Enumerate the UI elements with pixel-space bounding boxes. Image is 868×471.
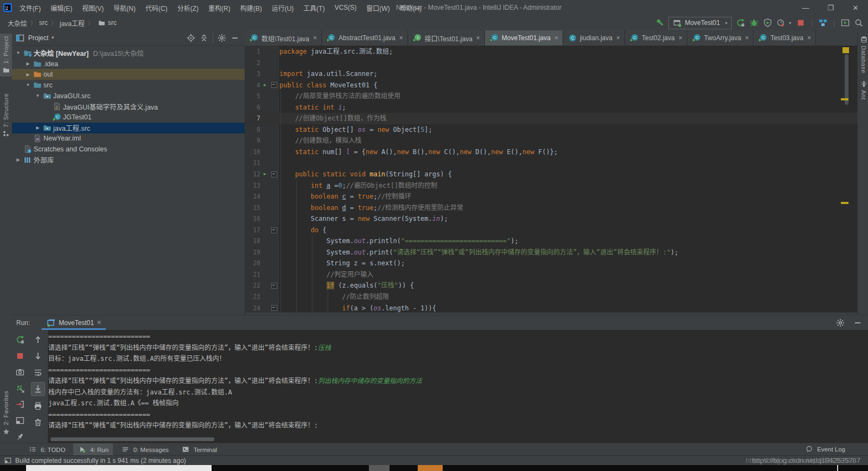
chevron-down-icon[interactable]: ▼	[23, 82, 33, 87]
chevron-down-icon[interactable]: ▼	[33, 93, 42, 98]
profiler-clock-icon[interactable]	[776, 18, 786, 27]
menu-item[interactable]: 工具(T)	[298, 0, 329, 15]
editor-scrollbar[interactable]	[845, 54, 848, 105]
console-output[interactable]: ==========================请选择“压栈”“弹栈”或“列…	[48, 331, 862, 431]
menu-item[interactable]: 分析(Z)	[173, 0, 203, 15]
fold-marker-icon[interactable]	[270, 303, 278, 313]
editor-tab[interactable]: CTwoArry.java×	[687, 30, 754, 46]
stripe-button-1-project[interactable]: 1: Project	[0, 34, 12, 77]
scroll-end-icon[interactable]	[31, 382, 45, 396]
breadcrumb-item[interactable]: src	[108, 19, 117, 27]
chevron-down-icon[interactable]: ▼	[50, 35, 55, 40]
exit-icon[interactable]	[14, 398, 27, 411]
tree-row[interactable]: NewYear.iml	[12, 133, 245, 144]
search-icon[interactable]	[854, 18, 864, 27]
fold-marker-icon[interactable]	[270, 225, 278, 236]
tree-row[interactable]: ▶.idea	[12, 59, 245, 69]
camera-icon[interactable]	[14, 366, 27, 379]
hammer-build-icon[interactable]	[655, 18, 665, 27]
fold-marker-icon[interactable]	[270, 169, 278, 180]
tree-row[interactable]: ▶out	[12, 69, 245, 80]
taskbar-button-orange[interactable]	[418, 465, 443, 471]
menu-item[interactable]: 编辑(E)	[46, 0, 77, 15]
down-arrow-icon[interactable]	[31, 349, 44, 362]
run-console-tab[interactable]: MoveTest01 ✕	[42, 315, 106, 330]
rerun-icon[interactable]	[14, 333, 27, 346]
toolwindow-button-6-todo[interactable]: 6: TODO	[24, 443, 70, 456]
trash-icon[interactable]	[31, 416, 44, 429]
menu-item[interactable]: 代码(C)	[141, 0, 173, 15]
gc-icon[interactable]	[14, 382, 27, 395]
taskbar-button[interactable]	[369, 465, 390, 471]
tree-row[interactable]: ▼大杂烩 [NewYear]D:\java15\大杂烩	[12, 48, 245, 59]
breadcrumb-item[interactable]: 大杂烩	[8, 18, 27, 28]
warning-stripe-mark[interactable]	[841, 98, 848, 100]
tree-row[interactable]: ▶java工程.src	[12, 123, 245, 133]
event-log-button[interactable]: Event Log	[805, 443, 845, 455]
close-icon[interactable]: ×	[745, 34, 749, 42]
warning-stripe-mark[interactable]	[841, 202, 848, 204]
close-icon[interactable]: ×	[679, 34, 682, 42]
run-gutter-icon[interactable]: ▶	[260, 169, 270, 180]
run-gutter-icon[interactable]: ▶	[260, 80, 270, 91]
editor-tab[interactable]: I接口\Test01.java×	[408, 30, 485, 46]
chevron-right-icon[interactable]: ▶	[23, 72, 33, 77]
fold-marker-icon[interactable]	[270, 80, 278, 91]
hide-icon[interactable]	[853, 319, 863, 327]
menu-item[interactable]: 构建(B)	[235, 0, 267, 15]
editor-tab[interactable]: Cjiudian.java×	[563, 30, 625, 46]
menu-item[interactable]: 重构(R)	[203, 0, 235, 15]
chevron-down-icon[interactable]: ▼	[14, 50, 23, 55]
close-icon[interactable]: ×	[399, 34, 403, 42]
softwrap-icon[interactable]	[31, 366, 44, 379]
close-icon[interactable]: ×	[554, 34, 558, 42]
chevron-right-icon[interactable]: ▶	[14, 157, 23, 162]
rerun-icon[interactable]	[736, 18, 745, 27]
chevron-right-icon[interactable]: ▶	[23, 61, 33, 66]
close-icon[interactable]: ✕	[97, 319, 101, 326]
editor-tab[interactable]: C数组\Test01.java×	[245, 30, 322, 46]
run-window-icon[interactable]	[840, 18, 850, 27]
breadcrumb-item[interactable]: src	[39, 19, 48, 27]
stop-icon[interactable]	[796, 18, 806, 27]
toolwindow-button-terminal[interactable]: Terminal	[177, 443, 221, 456]
inspection-indicator[interactable]	[843, 47, 849, 53]
tree-row[interactable]: ▼JavaGUI.src	[12, 91, 245, 101]
maximize-icon[interactable]: ❐	[818, 0, 843, 15]
breadcrumb-item[interactable]: java工程	[60, 18, 85, 28]
locate-icon[interactable]	[186, 34, 196, 42]
profiler-clock-icon-chevron[interactable]: ▼	[788, 21, 792, 25]
collapse-all-icon[interactable]	[199, 34, 209, 42]
hide-icon[interactable]	[230, 34, 240, 42]
editor-tab[interactable]: CMoveTest01.java×	[485, 30, 563, 46]
editor-tab[interactable]: CTest03.java×	[754, 30, 816, 46]
toolwindow-button-0-messages[interactable]: 0: Messages	[117, 443, 173, 456]
stripe-button-database[interactable]: Database	[858, 33, 868, 75]
run-configuration-select[interactable]: MoveTest01▼	[668, 17, 732, 29]
editor-tab[interactable]: CTest02.java×	[625, 30, 687, 46]
close-icon[interactable]: ✕	[843, 0, 868, 15]
menu-item[interactable]: VCS(S)	[330, 0, 362, 15]
debug-bug-icon[interactable]	[749, 18, 759, 27]
tree-row[interactable]: JJavaGUI基础字符及其含义.java	[12, 101, 245, 112]
stop-icon[interactable]	[14, 349, 27, 362]
menu-item[interactable]: 视图(V)	[77, 0, 108, 15]
editor-tab[interactable]: CAbstractTest01.java×	[322, 30, 408, 46]
taskbar-show-desktop[interactable]	[837, 465, 838, 471]
coverage-shield-icon[interactable]	[763, 18, 773, 27]
tree-row[interactable]: CJGTest01	[12, 112, 245, 123]
tree-row[interactable]: Scratches and Consoles	[12, 144, 245, 155]
stripe-button-2-favorites[interactable]: 2: Favorites	[0, 389, 12, 438]
tree-row[interactable]: ▼src	[12, 80, 245, 91]
gear-icon[interactable]	[217, 34, 227, 42]
menu-item[interactable]: 文件(F)	[15, 0, 46, 15]
menu-item[interactable]: 导航(N)	[108, 0, 141, 15]
close-icon[interactable]: ×	[616, 34, 620, 42]
stripe-button-ant[interactable]: Ant	[858, 77, 868, 102]
toolwindow-button-4-run[interactable]: 4: Run	[73, 443, 113, 456]
close-icon[interactable]: ×	[313, 34, 317, 42]
minimize-icon[interactable]: —	[793, 0, 818, 15]
stripe-button-7-structure[interactable]: 7: Structure	[0, 91, 12, 141]
toolwindow-toggle-icon[interactable]	[3, 456, 13, 465]
gear-icon[interactable]	[835, 319, 845, 327]
